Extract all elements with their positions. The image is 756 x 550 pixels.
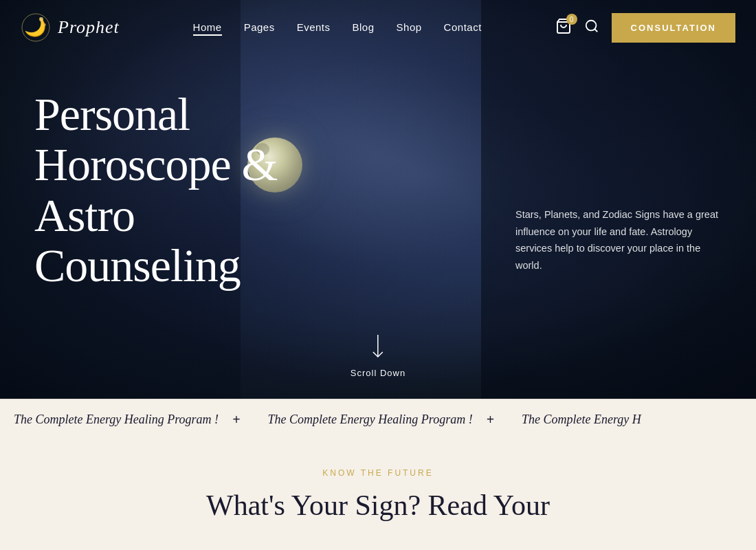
hero-headline: Personal Horoscope & Astro Counseling xyxy=(34,89,277,292)
nav-item-shop[interactable]: Shop xyxy=(397,21,422,34)
hero-description: Stars, Planets, and Zodiac Signs have a … xyxy=(515,206,722,274)
nav-item-events[interactable]: Events xyxy=(297,21,331,34)
know-future-label: KNOW THE FUTURE xyxy=(322,468,433,478)
nav-item-contact[interactable]: Contact xyxy=(444,21,482,34)
cart-button[interactable]: 0 xyxy=(555,18,572,37)
nav-item-home[interactable]: Home xyxy=(193,21,222,34)
nav-link-shop[interactable]: Shop xyxy=(397,21,422,33)
ticker-plus-1: + xyxy=(487,412,494,428)
svg-point-3 xyxy=(43,23,46,26)
bottom-headline: What's Your Sign? Read Your xyxy=(206,489,550,522)
nav-item-blog[interactable]: Blog xyxy=(353,21,375,34)
ticker-text-2: The Complete Energy H xyxy=(522,412,641,427)
ticker-text-1: The Complete Energy Healing Program ! xyxy=(268,412,473,427)
svg-point-2 xyxy=(39,17,43,21)
nav-link-home[interactable]: Home xyxy=(193,21,222,36)
headline-line1: Personal xyxy=(34,89,277,140)
cart-badge: 0 xyxy=(566,14,577,25)
svg-point-5 xyxy=(586,21,596,31)
search-icon xyxy=(584,19,599,34)
hero-section: 🌙 Prophet Home Pages Events Blog Shop xyxy=(0,0,756,399)
ticker-item-2: The Complete Energy Healing Program ! + xyxy=(254,412,509,428)
nav-link-pages[interactable]: Pages xyxy=(244,21,275,33)
svg-text:🌙: 🌙 xyxy=(24,16,47,38)
ticker-item-1: The Complete Energy Healing Program ! + xyxy=(0,412,254,428)
nav-link-events[interactable]: Events xyxy=(297,21,331,33)
consultation-button[interactable]: CONSULTATION xyxy=(612,13,735,43)
ticker-plus-0: + xyxy=(232,412,240,428)
scroll-arrow-icon xyxy=(370,335,386,362)
nav-link-contact[interactable]: Contact xyxy=(444,21,482,33)
headline-line2: Horoscope & xyxy=(34,140,277,190)
nav-right: 0 CONSULTATION xyxy=(555,13,735,43)
logo-text: Prophet xyxy=(58,17,120,38)
nav-link-blog[interactable]: Blog xyxy=(353,21,375,33)
logo[interactable]: 🌙 Prophet xyxy=(21,12,120,43)
scroll-down-button[interactable]: Scroll Down xyxy=(351,335,405,378)
svg-line-6 xyxy=(594,29,597,32)
ticker-item-3: The Complete Energy H xyxy=(508,412,655,427)
nav-item-pages[interactable]: Pages xyxy=(244,21,275,34)
scroll-down-label: Scroll Down xyxy=(351,368,405,378)
logo-icon: 🌙 xyxy=(21,12,51,43)
navbar: 🌙 Prophet Home Pages Events Blog Shop xyxy=(0,0,756,55)
headline-line4: Counseling xyxy=(34,241,277,291)
nav-links: Home Pages Events Blog Shop Contact xyxy=(193,21,482,34)
search-button[interactable] xyxy=(584,19,599,36)
ticker-bar: The Complete Energy Healing Program ! + … xyxy=(0,399,756,440)
hero-right-overlay xyxy=(481,0,756,399)
bottom-section: KNOW THE FUTURE What's Your Sign? Read Y… xyxy=(0,440,756,550)
headline-line3: Astro xyxy=(34,190,277,241)
ticker-text-0: The Complete Energy Healing Program ! xyxy=(14,412,219,427)
ticker-content: The Complete Energy Healing Program ! + … xyxy=(0,412,655,428)
